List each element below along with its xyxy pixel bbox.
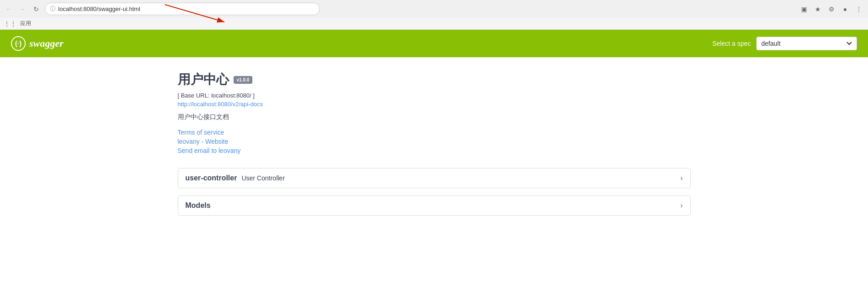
user-controller-name: user-controller [186,174,237,182]
swagger-spec-selector: Select a spec default [712,37,857,50]
api-docs-link[interactable]: http://localhost:8080/v2/api-docs [178,101,691,108]
menu-button[interactable]: ⋮ [853,4,864,15]
api-links: Terms of service leovany - Website Send … [178,129,691,154]
user-controller-header[interactable]: user-controller User Controller › [178,168,690,188]
profile-button[interactable]: ● [840,4,851,15]
swagger-header: {·} swagger Select a spec default [0,30,868,57]
bookmark-button[interactable]: ★ [812,4,823,15]
browser-chrome: ← → ↻ ⓘ ▣ ★ ⚙ ● ⋮ ⋮⋮ 应用 [0,0,868,30]
back-button[interactable]: ← [4,4,14,14]
api-title: 用户中心 [178,71,229,88]
models-section: Models › [178,195,691,216]
browser-toolbar: ← → ↻ ⓘ ▣ ★ ⚙ ● ⋮ [0,0,868,18]
screenshot-button[interactable]: ▣ [798,4,809,15]
swagger-icon-symbol: {·} [15,40,22,47]
website-link[interactable]: leovany - Website [178,138,691,145]
address-bar: ⓘ [45,3,320,15]
api-title-row: 用户中心 v1.0.0 [178,71,691,88]
forward-button[interactable]: → [17,4,27,14]
user-controller-chevron-icon: › [680,174,682,182]
user-controller-section: user-controller User Controller › [178,168,691,188]
extensions-button[interactable]: ⚙ [826,4,837,15]
swagger-logo: {·} swagger [11,36,64,51]
api-description: 用户中心接口文档 [178,113,691,121]
main-content: 用户中心 v1.0.0 [ Base URL: localhost:8080/ … [159,71,709,216]
swagger-logo-icon: {·} [11,36,26,51]
api-base-url: [ Base URL: localhost:8080/ ] [178,92,691,99]
models-header[interactable]: Models › [178,196,690,215]
spec-select[interactable]: default [756,37,857,50]
lock-icon: ⓘ [50,5,55,13]
email-link[interactable]: Send email to leovany [178,147,691,154]
swagger-logo-text: swagger [29,38,64,49]
apps-label: 应用 [20,20,31,27]
user-controller-desc: User Controller [241,174,284,182]
user-controller-title-group: user-controller User Controller [186,174,285,182]
apps-bar: ⋮⋮ 应用 [0,18,868,30]
apps-grid-icon: ⋮⋮ [4,20,16,27]
url-input[interactable] [58,5,315,12]
models-chevron-icon: › [680,201,682,210]
models-title: Models [186,201,211,210]
api-version-badge: v1.0.0 [234,76,253,84]
reload-button[interactable]: ↻ [31,4,41,14]
terms-of-service-link[interactable]: Terms of service [178,129,691,136]
spec-label: Select a spec [712,40,751,47]
browser-actions: ▣ ★ ⚙ ● ⋮ [798,4,864,15]
